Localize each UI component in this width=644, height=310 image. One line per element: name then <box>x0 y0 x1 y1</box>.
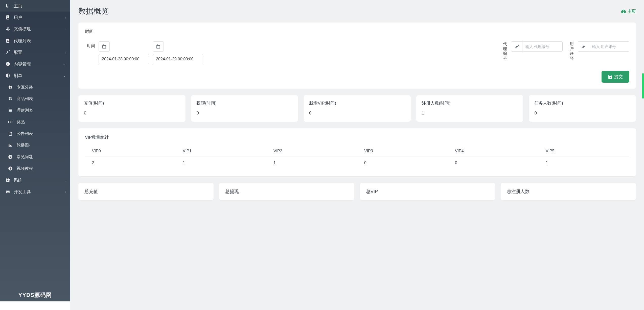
summary-card-0: 总充值 <box>78 183 214 200</box>
blank-box <box>0 301 70 310</box>
cog-icon <box>5 178 11 182</box>
breadcrumb-label: 主页 <box>627 8 636 14</box>
summary-title: 总提现 <box>225 188 348 195</box>
summary-card-3: 总注册人数 <box>501 183 636 200</box>
calendar-icon <box>156 44 160 49</box>
vip-title: VIP数量统计 <box>85 134 629 140</box>
summary-card-2: 总VIP <box>360 183 495 200</box>
start-date-value[interactable]: 2024-01-28 00:00:00 <box>99 54 149 64</box>
pencil-icon <box>582 45 585 49</box>
vip-header: VIP2 <box>266 145 357 157</box>
agent-input[interactable] <box>522 41 563 52</box>
sidebar-item-系统[interactable]: 系统‹ <box>0 174 70 186</box>
vip-cell: 1 <box>539 157 629 169</box>
vip-header: VIP1 <box>176 145 266 157</box>
user-input[interactable] <box>589 41 629 52</box>
end-date-value[interactable]: 2024-01-29 00:00:00 <box>153 54 203 64</box>
filter-section-title: 时间 <box>85 29 629 34</box>
chevron-down-icon: ⌄ <box>63 62 66 66</box>
stat-title: 新增VIP(时间) <box>309 100 405 106</box>
vip-header: VIP5 <box>539 145 629 157</box>
vip-header: VIP0 <box>85 145 176 157</box>
submit-button[interactable]: 提交 <box>602 71 629 83</box>
vip-cell: 1 <box>176 157 266 169</box>
sidebar-sub-商品列表[interactable]: G商品列表 <box>0 93 70 105</box>
scroll-accent <box>642 73 644 99</box>
sidebar-sub-专区分类[interactable]: 专区分类 <box>0 81 70 93</box>
question-icon <box>5 62 11 66</box>
sidebar-sub-公告列表[interactable]: 公告列表 <box>0 128 70 139</box>
dashboard-icon <box>621 9 626 14</box>
chevron-left-icon: ‹ <box>65 51 66 54</box>
chevron-left-icon: ‹ <box>65 27 66 31</box>
agent-filter-group: 代理编号 <box>503 41 563 61</box>
sidebar-sub-理财列表[interactable]: 理财列表 <box>0 105 70 116</box>
filter-card: 时间 时间 2024-01-28 00:00:00 <box>78 22 636 89</box>
list-icon <box>7 108 14 112</box>
sidebar-sub-奖品[interactable]: 奖品 <box>0 116 70 128</box>
stat-value: 0 <box>84 111 180 116</box>
sidebar-item-label: 视频教程 <box>17 166 33 171</box>
sidebar-sub-视频教程[interactable]: 视频教程 <box>0 163 70 174</box>
vip-table: VIP0VIP1VIP2VIP3VIP4VIP5 211001 <box>85 145 629 169</box>
sidebar-item-label: 用户 <box>14 15 65 20</box>
main-content: 数据概览 主页 时间 时间 2024-01-28 00 <box>70 0 644 310</box>
sidebar-sub-常见问题[interactable]: 常见问题 <box>0 151 70 163</box>
save-icon <box>608 75 612 79</box>
anchor-icon <box>5 27 11 31</box>
image-icon <box>7 144 14 147</box>
gear-icon <box>7 85 14 89</box>
sidebar-item-主页[interactable]: 主页 <box>0 0 70 12</box>
time-label: 时间 <box>85 41 95 49</box>
stat-card-4: 任务人数(时间)0 <box>529 95 636 122</box>
money-icon <box>7 120 14 124</box>
sidebar-item-label: 系统 <box>14 177 65 183</box>
question-icon <box>7 155 14 159</box>
sidebar-item-label: 常见问题 <box>17 154 33 160</box>
stat-title: 提现(时间) <box>197 100 293 106</box>
calendar-icon <box>102 44 106 49</box>
sidebar-item-代理列表[interactable]: 代理列表 <box>0 35 70 46</box>
sidebar-item-label: 内容管理 <box>14 61 63 67</box>
sidebar-item-用户[interactable]: 用户‹ <box>0 12 70 23</box>
sidebar-item-label: 主页 <box>14 3 66 9</box>
sidebar-item-刷单[interactable]: 刷单⌄ <box>0 70 70 81</box>
sidebar-footer: YYDS源码网 <box>0 290 70 310</box>
contrast-icon <box>5 74 11 78</box>
stat-value: 0 <box>309 111 405 116</box>
sidebar-item-配置[interactable]: 配置‹ <box>0 46 70 58</box>
time-filter-group: 时间 2024-01-28 00:00:00 2024- <box>85 41 203 64</box>
sidebar-item-label: 理财列表 <box>17 108 33 113</box>
g-icon: G <box>7 97 14 101</box>
watermark: YYDS源码网 <box>0 290 70 300</box>
stat-card-2: 新增VIP(时间)0 <box>304 95 411 122</box>
sidebar-item-label: 充值提现 <box>14 26 65 32</box>
chevron-left-icon: ‹ <box>65 178 66 182</box>
sidebar: 主页用户‹充值提现‹代理列表配置‹内容管理⌄刷单⌄ 专区分类G商品列表理财列表奖… <box>0 0 70 310</box>
sidebar-item-label: 代理列表 <box>14 38 66 44</box>
id-icon <box>5 39 11 43</box>
stat-card-3: 注册人数(时间)1 <box>416 95 523 122</box>
agent-edit-icon-box <box>511 41 522 52</box>
stat-title: 充值(时间) <box>84 100 180 106</box>
start-date-picker-button[interactable] <box>99 41 110 52</box>
stat-title: 注册人数(时间) <box>422 100 518 106</box>
sidebar-item-label: 专区分类 <box>17 85 33 90</box>
summary-title: 总VIP <box>366 188 489 195</box>
vip-card: VIP数量统计 VIP0VIP1VIP2VIP3VIP4VIP5 211001 <box>78 128 636 176</box>
deaf-icon <box>5 50 11 54</box>
chevron-down-icon: ⌄ <box>63 74 66 78</box>
pencil-icon <box>515 45 519 49</box>
summary-title: 总充值 <box>84 188 208 195</box>
sidebar-item-label: 奖品 <box>17 120 25 125</box>
sidebar-item-label: 开发工具 <box>14 189 65 195</box>
agent-label: 代理编号 <box>503 41 508 61</box>
sidebar-item-内容管理[interactable]: 内容管理⌄ <box>0 58 70 70</box>
breadcrumb-home[interactable]: 主页 <box>621 8 636 14</box>
sidebar-item-开发工具[interactable]: 开发工具‹ <box>0 186 70 198</box>
end-date-picker-button[interactable] <box>153 41 164 52</box>
vip-header: VIP3 <box>357 145 448 157</box>
sidebar-sub-轮播图[interactable]: 轮播图‹ <box>0 139 70 151</box>
stat-title: 任务人数(时间) <box>534 100 630 106</box>
sidebar-item-充值提现[interactable]: 充值提现‹ <box>0 23 70 35</box>
